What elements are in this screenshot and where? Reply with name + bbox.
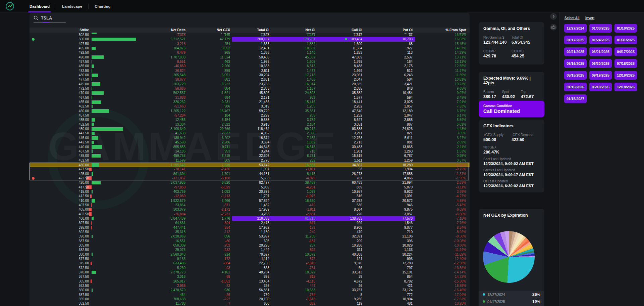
- table-row[interactable]: 420.003,037,9358,52082,47738,48960,48321…: [30, 180, 470, 185]
- expiry-date-button[interactable]: 06/18/2026: [589, 83, 612, 91]
- table-row[interactable]: 365.00265,917-1,05213,454-4,1104,6728,78…: [30, 279, 470, 283]
- table-row[interactable]: 487.50-8,5514631,9331,6051,76916413.13%: [30, 59, 470, 64]
- table-row[interactable]: 492.50-6,4792651,3661,1401,25311314.29%: [30, 50, 470, 55]
- table-row[interactable]: 447.5041,6382,8374,0322,3903,2118213.85%: [30, 131, 470, 135]
- table-row[interactable]: 405.00303,079-2,17217,939-1,8118,0649,87…: [30, 207, 470, 212]
- table-row[interactable]: 370.002,378,7734,16148,70418,32233,51315…: [30, 270, 470, 274]
- expiry-date-button[interactable]: 12/18/2026: [614, 83, 637, 91]
- table-row[interactable]: 387.5016,551-80605-187209396-10.08%: [30, 239, 470, 243]
- table-row[interactable]: 467.50-31,6886842,1719831,5775948.49%: [30, 95, 470, 100]
- table-row[interactable]: 380.002,560,84391470,52710,07940,30330,2…: [30, 252, 470, 257]
- table-row[interactable]: 427.50-78,141-2,4261,997-1,811931,904-0.…: [30, 167, 470, 171]
- table-row[interactable]: 375.00633,486-88422,750-2,8109,97012,780…: [30, 261, 470, 265]
- table-row[interactable]: 390.002,020,96985653,99711,78532,89121,1…: [30, 234, 470, 238]
- column-header-net-oi[interactable]: Net OI: [265, 28, 315, 32]
- expiry-date-button[interactable]: 01/24/2025: [589, 36, 612, 44]
- expiry-date-button[interactable]: 05/16/2025: [564, 59, 587, 68]
- expiry-date-button[interactable]: 02/21/2025: [564, 47, 587, 56]
- cell-nd: 2,020,969: [140, 234, 185, 238]
- legend-row[interactable]: 01/17/202519%: [479, 298, 544, 305]
- expiry-date-button[interactable]: 12/19/2025: [614, 71, 637, 80]
- table-row[interactable]: 432.5011,5993052,7702521,5111,2590.37%: [30, 158, 470, 163]
- table-row[interactable]: 445.00180,9426,20218,3747,15212,7635,611…: [30, 136, 470, 140]
- table-row[interactable]: 465.00326,2329,23121,46615,41618,4413,02…: [30, 100, 470, 104]
- table-row[interactable]: 495.00104,8763,65212,49110,63711,5649271…: [30, 46, 470, 50]
- table-row[interactable]: 407.5023,864-3711,482-410536946-5.43%: [30, 203, 470, 207]
- table-row[interactable]: 475.00203,7298,22223,75616,91420,3353,42…: [30, 82, 470, 86]
- table-row[interactable]: 485.00-46,8602,26010,6636,3138,4882,1751…: [30, 64, 470, 68]
- table-row[interactable]: 422.50-131,857-5,1885,653-4,0797874,866-…: [30, 176, 470, 180]
- app-logo-icon[interactable]: [5, 2, 14, 11]
- column-header-total-oi[interactable]: Total OI: [219, 28, 269, 32]
- table-row[interactable]: 440.00855,8559,71144,34816,61830,48313,8…: [30, 145, 470, 149]
- table-row[interactable]: 355.00708,638-22220,190-1,6189,28610,904…: [30, 297, 470, 301]
- table-row[interactable]: 410.001,922,5793,46657,82416,68037,25220…: [30, 199, 470, 203]
- table-row[interactable]: 397.5064,661-3942,475-6179291,546-7.76%: [30, 221, 470, 225]
- expiry-date-button[interactable]: 07/18/2025: [614, 59, 637, 68]
- table-row[interactable]: 450.003,106,34929,766118,46469,21293,838…: [30, 127, 470, 131]
- ticker-search[interactable]: TSLA: [34, 15, 70, 22]
- table-row[interactable]: 417.50-97,850-5,0295,909-4,2318395,070-3…: [30, 185, 470, 189]
- table-row[interactable]: 460.001,205,12216,46759,72935,35147,5401…: [30, 109, 470, 113]
- collapse-panel-button[interactable]: [550, 13, 557, 20]
- expiry-date-button[interactable]: 03/21/2025: [589, 47, 612, 56]
- table-row[interactable]: 430.001,195,5487,33053,14216,58234,86218…: [30, 163, 470, 167]
- table-row[interactable]: 472.50-56,6656842,8831,1872,0358489.65%: [30, 86, 470, 91]
- expiry-date-button[interactable]: 12/27/2024: [564, 24, 587, 33]
- table-row[interactable]: 415.00403,7691,09320,8791,03510,9579,922…: [30, 189, 470, 194]
- search-input[interactable]: TSLA: [41, 16, 52, 20]
- legend-row[interactable]: 12/27/202426%: [479, 291, 544, 298]
- table-row[interactable]: 352.5011,783-7600-362119481-18.20%: [30, 301, 470, 306]
- screenshot-button[interactable]: [550, 24, 557, 31]
- table-row[interactable]: 377.509,136-1721,114-872121993-12.40%: [30, 257, 470, 261]
- table-row[interactable]: 502.50-1,3151491,3431,2811,3123116.61%: [30, 33, 470, 37]
- table-row[interactable]: 457.50-57,2841842,2992051,2521,0476.17%: [30, 113, 470, 118]
- expiry-date-button[interactable]: 04/17/2025: [614, 47, 637, 56]
- table-row[interactable]: 490.001,707,93311,32450,40645,33247,8692…: [30, 55, 470, 59]
- table-row[interactable]: 400.008,047,4391,776216,35361,213138,783…: [30, 216, 470, 221]
- column-header-net-delta[interactable]: Net Delta: [135, 28, 185, 32]
- column-header--from-spot[interactable]: % From Spot: [416, 28, 466, 32]
- nav-tab-charting[interactable]: Charting: [89, 0, 116, 12]
- expiry-date-button[interactable]: 01/03/2025: [589, 24, 612, 33]
- table-row[interactable]: 362.50-2,965-23395-447-26421-15.88%: [30, 283, 470, 288]
- column-header-put-oi[interactable]: Put OI: [362, 28, 413, 32]
- table-row[interactable]: 462.50-51,6639863,3191,2052,2621,0577.33…: [30, 104, 470, 108]
- table-row[interactable]: 435.00459,7638,71522,3058,73115,5186,787…: [30, 154, 470, 158]
- table-row[interactable]: 497.50-3,2132541,6681,5321,6006815.45%: [30, 42, 470, 46]
- table-row[interactable]: 442.5045,5902,2863,5941,8322,7138812.69%: [30, 140, 470, 144]
- table-row[interactable]: 425.00861,3941,70144,1318,41526,27317,85…: [30, 172, 470, 176]
- table-row[interactable]: 382.5025,076-2321,444-8223111,133-11.24%: [30, 248, 470, 252]
- table-row[interactable]: 470.00562,53711,52145,80624,89835,35210,…: [30, 91, 470, 95]
- expiry-date-button[interactable]: 01/31/2025: [614, 36, 637, 44]
- expiry-date-button[interactable]: 01/17/2025: [564, 36, 587, 44]
- table-row[interactable]: 412.50-12,069-1,1131,707-1,0753161,391-4…: [30, 194, 470, 198]
- nav-tab-landscape[interactable]: Landscape: [56, 0, 88, 12]
- table-row[interactable]: 452.5013,3842,3223,9182,1843,0518675.01%: [30, 122, 470, 127]
- column-header-call-oi[interactable]: Call OI: [312, 28, 362, 32]
- table-row[interactable]: 360.002,470,57993656,88110,63333,75723,1…: [30, 288, 470, 292]
- nav-tab-dashboard[interactable]: Dashboard: [23, 0, 56, 12]
- table-row[interactable]: 367.503,016-68893-81539854-14.72%: [30, 274, 470, 279]
- table-row[interactable]: 455.0012,4563,1549,5353,7596,6472,8885.5…: [30, 118, 470, 122]
- expiry-date-button[interactable]: 06/20/2025: [589, 59, 612, 68]
- table-row[interactable]: 357.50464-26780-7648772-17.04%: [30, 293, 470, 297]
- select-all-link[interactable]: Select All: [565, 16, 580, 20]
- expiry-date-button[interactable]: 01/16/2026: [564, 83, 587, 91]
- expiry-date-button[interactable]: 01/10/2025: [614, 24, 637, 33]
- expiry-date-button[interactable]: 01/15/2027: [564, 94, 587, 103]
- table-row[interactable]: 482.50-36,8245592,5111,4871,99951211.97%: [30, 69, 470, 73]
- table-row[interactable]: 395.00447,441-53417,982-1728,9059,077-8.…: [30, 225, 470, 230]
- column-header-strike[interactable]: Strike: [39, 28, 89, 32]
- table-row[interactable]: 385.00650,309-20220,29523710,26610,029-1…: [30, 243, 470, 248]
- table-row[interactable]: 437.5014,1859533,2447181,9811,2631.53%: [30, 149, 470, 154]
- table-row[interactable]: 392.5035,318-1121,180-240470710-8.92%: [30, 230, 470, 234]
- table-row[interactable]: 372.505,230-93863-73166797-13.56%: [30, 266, 470, 270]
- expiry-date-button[interactable]: 09/19/2025: [589, 71, 612, 80]
- table-row[interactable]: 500.005,212,52142,179200,187178,781189,4…: [30, 37, 470, 41]
- table-row[interactable]: 477.50-38,6776812,6311,4632,04758410.81%: [30, 77, 470, 82]
- table-row[interactable]: 480.00205,5486,05130,20417,71823,9616,24…: [30, 73, 470, 77]
- expiry-date-button[interactable]: 08/15/2025: [564, 71, 587, 80]
- invert-link[interactable]: Invert: [585, 16, 594, 20]
- table-row[interactable]: 402.50-26,884-2,2313,283-2,8312263,057-6…: [30, 212, 470, 216]
